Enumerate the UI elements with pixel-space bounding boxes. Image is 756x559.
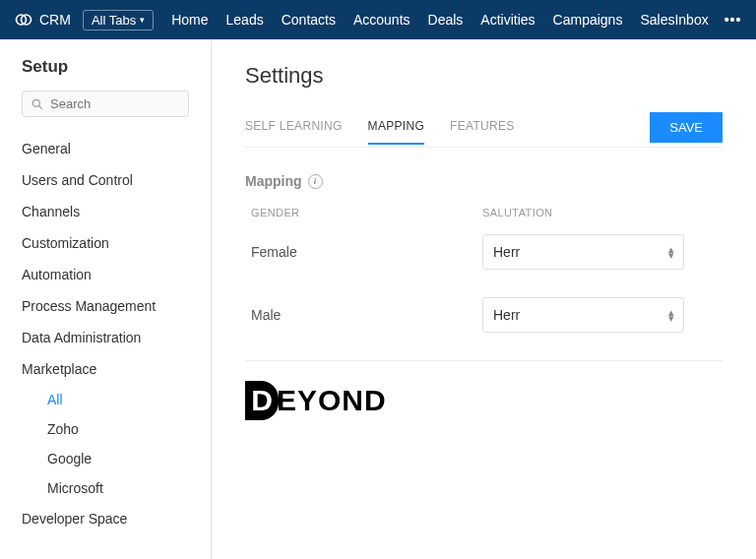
sidebar-item-marketplace[interactable]: Marketplace bbox=[0, 353, 211, 385]
nav-accounts[interactable]: Accounts bbox=[353, 12, 410, 28]
sidebar-item-users[interactable]: Users and Control bbox=[0, 164, 211, 196]
gender-female: Female bbox=[251, 244, 482, 260]
sidebar-search[interactable] bbox=[22, 91, 189, 117]
sidebar-sub-microsoft[interactable]: Microsoft bbox=[0, 473, 211, 503]
salutation-select-value: Herr bbox=[482, 297, 684, 333]
beyond-logo-left: D bbox=[245, 381, 279, 420]
tab-self-learning[interactable]: SELF LEARNING bbox=[245, 119, 343, 145]
sidebar-item-process[interactable]: Process Management bbox=[0, 290, 211, 322]
sidebar-sub-all[interactable]: All bbox=[0, 385, 211, 414]
save-button[interactable]: SAVE bbox=[650, 112, 723, 143]
sidebar-sub-google[interactable]: Google bbox=[0, 444, 211, 473]
mapping-row-male: Male Herr ▴▾ bbox=[245, 297, 723, 333]
info-icon[interactable]: i bbox=[308, 174, 323, 189]
mapping-row-female: Female Herr ▴▾ bbox=[245, 234, 723, 270]
all-tabs-label: All Tabs bbox=[92, 13, 136, 28]
sidebar-title: Setup bbox=[0, 57, 211, 91]
col-salutation: SALUTATION bbox=[482, 207, 723, 218]
sidebar-item-general[interactable]: General bbox=[0, 133, 211, 164]
svg-point-2 bbox=[32, 99, 39, 106]
top-nav: CRM All Tabs ▾ Home Leads Contacts Accou… bbox=[0, 0, 756, 39]
salutation-select-female[interactable]: Herr ▴▾ bbox=[482, 234, 684, 270]
nav-home[interactable]: Home bbox=[171, 12, 208, 28]
nav-leads[interactable]: Leads bbox=[226, 12, 264, 28]
chevron-down-icon: ▾ bbox=[140, 15, 145, 25]
mapping-columns: GENDER SALUTATION bbox=[245, 207, 723, 218]
section-title-text: Mapping bbox=[245, 173, 302, 189]
tabs-group: SELF LEARNING MAPPING FEATURES bbox=[245, 119, 515, 145]
section-header: Mapping i bbox=[245, 173, 723, 189]
tab-mapping[interactable]: MAPPING bbox=[368, 119, 424, 145]
col-gender: GENDER bbox=[251, 207, 482, 218]
sidebar-item-automation[interactable]: Automation bbox=[0, 259, 211, 290]
nav-salesinbox[interactable]: SalesInbox bbox=[640, 12, 708, 28]
nav-links: Home Leads Contacts Accounts Deals Activ… bbox=[171, 12, 709, 28]
gender-male: Male bbox=[251, 307, 482, 323]
sidebar-sub-zoho[interactable]: Zoho bbox=[0, 414, 211, 444]
nav-campaigns[interactable]: Campaigns bbox=[553, 12, 623, 28]
sidebar: Setup General Users and Control Channels… bbox=[0, 39, 212, 559]
crm-logo-icon bbox=[14, 10, 33, 30]
sidebar-item-channels[interactable]: Channels bbox=[0, 196, 211, 227]
sidebar-item-data-admin[interactable]: Data Administration bbox=[0, 322, 211, 353]
tab-features[interactable]: FEATURES bbox=[450, 119, 515, 145]
page-title: Settings bbox=[245, 63, 723, 89]
svg-line-3 bbox=[39, 105, 42, 108]
content-panel: Settings SELF LEARNING MAPPING FEATURES … bbox=[212, 39, 756, 559]
mapping-table: GENDER SALUTATION Female Herr ▴▾ Male He… bbox=[245, 207, 723, 333]
app-logo: CRM bbox=[14, 10, 71, 30]
nav-more-icon[interactable]: ••• bbox=[724, 12, 742, 28]
brand-text: CRM bbox=[39, 12, 71, 28]
search-icon bbox=[31, 97, 44, 111]
salutation-select-male[interactable]: Herr ▴▾ bbox=[482, 297, 684, 333]
all-tabs-dropdown[interactable]: All Tabs ▾ bbox=[83, 10, 154, 31]
sidebar-item-customization[interactable]: Customization bbox=[0, 227, 211, 259]
beyond-logo-right: EYOND bbox=[277, 384, 387, 417]
sidebar-item-developer[interactable]: Developer Space bbox=[0, 503, 211, 534]
salutation-select-value: Herr bbox=[482, 234, 684, 270]
divider bbox=[245, 360, 723, 361]
search-input[interactable] bbox=[50, 96, 180, 111]
nav-activities[interactable]: Activities bbox=[480, 12, 535, 28]
tabs-row: SELF LEARNING MAPPING FEATURES SAVE bbox=[245, 116, 723, 148]
nav-contacts[interactable]: Contacts bbox=[282, 12, 336, 28]
nav-deals[interactable]: Deals bbox=[428, 12, 464, 28]
beyond-logo: D EYOND bbox=[245, 381, 723, 420]
